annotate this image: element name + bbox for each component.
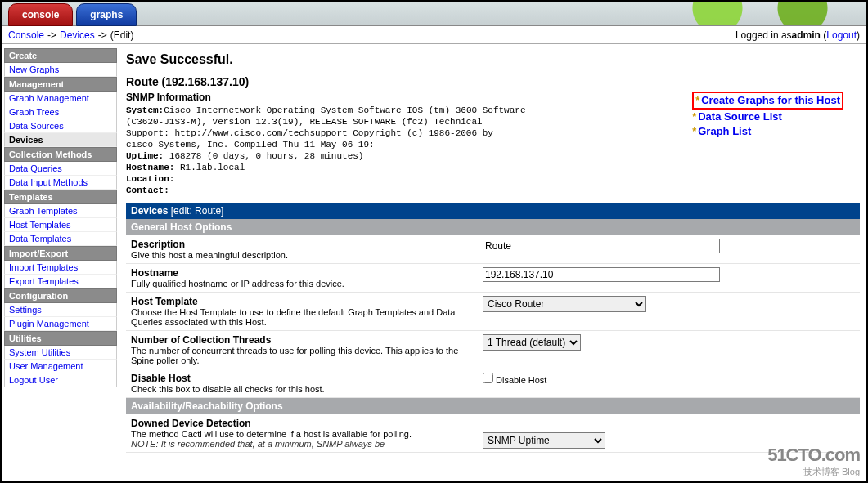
availability-options-bar: Availability/Reachability Options [126, 398, 860, 414]
content: Save Successful. Route (192.168.137.10) … [119, 44, 866, 481]
data-source-list-link[interactable]: Data Source List [698, 110, 782, 123]
sidebar-item-export-templates[interactable]: Export Templates [9, 276, 79, 286]
description-label: Description [131, 239, 473, 250]
hostname-help: Fully qualified hostname or IP address f… [131, 279, 344, 288]
threads-select[interactable]: 1 Thread (default) [483, 334, 581, 351]
breadcrumb-console[interactable]: Console [8, 29, 44, 41]
sidebar-item-data-sources[interactable]: Data Sources [9, 121, 64, 131]
general-host-options-bar: General Host Options [126, 219, 860, 235]
breadcrumb-edit: (Edit) [110, 29, 134, 41]
sidebar-item-user-management[interactable]: User Management [9, 361, 83, 371]
breadcrumb-devices[interactable]: Devices [60, 29, 95, 41]
sidebar-item-system-utilities[interactable]: System Utilities [9, 347, 70, 357]
host-form: DescriptionGive this host a meaningful d… [126, 235, 860, 398]
sidebar-head-collection: Collection Methods [4, 147, 117, 162]
logout-link[interactable]: Logout [826, 29, 857, 41]
snmp-info-text: System:Cisco Internetwork Operating Syst… [126, 105, 526, 196]
sidebar-item-graph-templates[interactable]: Graph Templates [9, 206, 78, 216]
downed-detection-help: The method Cacti will use to determine i… [131, 429, 412, 439]
devices-section-bar: Devices [edit: Route] [126, 203, 860, 219]
sidebar-head-configuration: Configuration [4, 288, 117, 303]
sidebar-head-import-export: Import/Export [4, 246, 117, 261]
threads-help: The number of concurrent threads to use … [131, 346, 458, 365]
paren-close: ) [857, 29, 860, 41]
graph-list-link[interactable]: Graph List [698, 125, 751, 137]
disable-host-checkbox-label[interactable]: Disable Host [483, 375, 546, 385]
sidebar-head-create: Create [4, 48, 117, 63]
disable-host-help: Check this box to disable all checks for… [131, 384, 325, 394]
sidebar-head-utilities: Utilities [4, 331, 117, 346]
sidebar-item-data-queries[interactable]: Data Queries [9, 163, 62, 173]
sidebar-item-data-templates[interactable]: Data Templates [9, 234, 71, 244]
sidebar-item-graph-trees[interactable]: Graph Trees [9, 107, 59, 117]
host-action-links: *Create Graphs for this Host *Data Sourc… [692, 92, 860, 196]
sidebar-item-graph-management[interactable]: Graph Management [9, 93, 89, 103]
breadcrumb-sep: -> [47, 29, 56, 41]
description-help: Give this host a meaningful description. [131, 250, 288, 260]
host-template-select[interactable]: Cisco Router [483, 296, 646, 312]
star-icon: * [695, 94, 699, 106]
sidebar-item-devices[interactable]: Devices [9, 135, 43, 145]
create-graphs-link[interactable]: Create Graphs for this Host [701, 94, 840, 106]
hostname-label: Hostname [131, 267, 473, 279]
sidebar-item-host-templates[interactable]: Host Templates [9, 220, 71, 230]
tab-bar: console graphs [2, 2, 866, 26]
sidebar-item-import-templates[interactable]: Import Templates [9, 262, 78, 272]
login-user: admin [792, 29, 821, 41]
tab-graphs[interactable]: graphs [76, 3, 137, 26]
sidebar: Create New Graphs Management Graph Manag… [2, 44, 119, 481]
availability-form: Downed Device Detection The method Cacti… [126, 414, 860, 453]
sidebar-head-management: Management [4, 77, 117, 92]
threads-label: Number of Collection Threads [131, 334, 473, 346]
tab-console[interactable]: console [8, 3, 73, 26]
sidebar-item-settings[interactable]: Settings [9, 305, 42, 315]
login-prefix: Logged in as [735, 29, 792, 41]
star-icon: * [692, 110, 696, 123]
description-input[interactable] [483, 239, 720, 253]
downed-detection-select[interactable]: SNMP Uptime [483, 432, 605, 449]
sidebar-item-data-input-methods[interactable]: Data Input Methods [9, 177, 88, 187]
save-successful-msg: Save Successful. [126, 52, 860, 67]
hostname-input[interactable] [483, 267, 720, 282]
downed-detection-note: NOTE: It is recommended that, at a minim… [131, 439, 385, 449]
sidebar-item-plugin-management[interactable]: Plugin Management [9, 319, 89, 329]
disable-host-label: Disable Host [131, 373, 473, 384]
logo-art [654, 1, 866, 25]
sidebar-item-new-graphs[interactable]: New Graphs [9, 65, 59, 74]
host-template-help: Choose the Host Template to use to defin… [131, 307, 455, 327]
snmp-info-label: SNMP Information [126, 92, 526, 103]
downed-detection-label: Downed Device Detection [131, 418, 473, 429]
sidebar-head-templates: Templates [4, 190, 117, 204]
host-template-label: Host Template [131, 296, 473, 307]
disable-host-checkbox[interactable] [483, 373, 493, 383]
star-icon: * [692, 125, 696, 137]
breadcrumb-sep: -> [98, 29, 107, 41]
breadcrumb: Console -> Devices -> (Edit) Logged in a… [2, 26, 866, 44]
device-title: Route (192.168.137.10) [126, 75, 860, 88]
sidebar-item-logout-user[interactable]: Logout User [9, 375, 58, 385]
paren-open: ( [821, 29, 826, 41]
